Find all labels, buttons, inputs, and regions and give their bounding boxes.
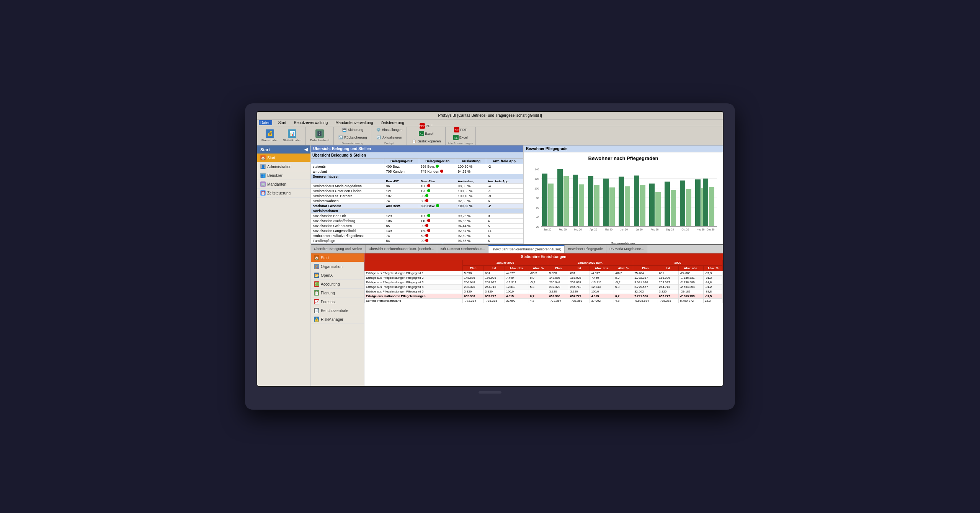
excel-button1[interactable]: XL Excel [417,130,435,137]
svg-rect-30 [665,182,670,227]
svg-text:20: 20 [536,225,539,228]
table-header-row: Bew.-IST Bew.-Plan Auslastung Anz. freie… [311,179,523,184]
finance-row-pg1: Erträge aus Pflegeleistungen Pflegegrad … [365,271,723,276]
svg-text:Feb 20: Feb 20 [559,228,567,231]
toolbar-group-einstellungen: ⚙️ Einstellungen 🔄 Aktualisieren Cockpit [374,127,407,145]
svg-text:Jan 20: Jan 20 [544,228,551,231]
ruecksicherung-button[interactable]: ↩️ Rücksicherung [336,134,369,141]
svg-rect-19 [579,185,584,227]
menu-start[interactable]: Start [277,120,288,125]
svg-text:Jul 20: Jul 20 [636,228,643,231]
belegung-table-section: Übersicht Belegung und Stellen Übersicht… [311,145,524,244]
table-row-total: ambulant Gesamt 617 Kunden 650 Kunden 94… [311,243,523,245]
svg-rect-29 [655,192,661,227]
menu-daten[interactable]: Daten [259,120,272,125]
finance-row-pg2: Erträge aus Pflegeleistungen Pflegegrad … [365,276,723,280]
content-area: Übersicht Belegung und Stellen Übersicht… [311,145,723,387]
table-row: Sozialstation Bad Orb 129 100 99,23 % 0 [311,214,523,219]
sidebar-item-start[interactable]: 🏠 Start [257,154,310,162]
bottom-sidebar: 🏠 Start 🏗️ Organisation 📂 OpenX 💹 [311,253,364,387]
menu-zeitsteuerung[interactable]: Zeitsteuerung [379,120,406,125]
bottom-sidebar-item-accounting[interactable]: 💹 Accounting [311,280,364,289]
bottom-sidebar-item-openx[interactable]: 📂 OpenX [311,271,364,280]
svg-text:Mai 20: Mai 20 [605,228,612,231]
datenbestand-button[interactable]: 🗄️ Datenbestand [308,128,331,143]
table-row: Ambulanter-Palliativ-Pflegedienst 74 80 … [311,234,523,239]
sidebar-header: Start ◀ [257,145,310,154]
finance-table: Januar 2020 Januar 2020 kum. 2020 PlanIs… [364,260,723,303]
sidebar-item-administration[interactable]: 👤 Administration [257,162,310,171]
toolbar-group-alle: PDF PDF XL Excel Alle Auswertungen [448,127,476,145]
svg-rect-33 [686,189,691,227]
toolbar-group-auswertung: PDF PDF XL Excel 📋 Grafik kopieren Marki… [409,127,445,145]
sidebar-item-zeitsteuerung[interactable]: ⏰ Zeitsteuerung [257,189,310,198]
belegung-header: Übersicht Belegung und Stellen [311,145,523,152]
bottom-sidebar-item-berichtszentrale[interactable]: 📄 Berichtszentrale [311,306,364,315]
svg-text:140: 140 [534,168,539,171]
svg-rect-27 [640,185,645,227]
pdf-button1[interactable]: PDF PDF [418,123,434,129]
svg-rect-15 [548,184,554,227]
table-row: Sozialstation Aschaffenburg 106 110 96,3… [311,219,523,224]
tab-ist-jahr[interactable]: Ist/FC Jahr Seniorenhäuser (Seniorenhäus… [488,245,565,253]
svg-text:Okt 20: Okt 20 [681,228,689,231]
table-row: Seniorenhaus Unter den Linden 121 120 10… [311,189,523,194]
toolbar-group-data: 💰 Finanzdaten 📊 Statistikdaten [260,127,306,145]
svg-text:Dez 20: Dez 20 [707,228,715,231]
finance-row-personal: Summe Personalaufwand -772.364-735.36337… [365,299,723,303]
svg-rect-23 [609,188,615,227]
svg-text:40: 40 [536,216,539,219]
bottom-sidebar-item-start[interactable]: 🏠 Start [311,253,364,262]
tab-belegung[interactable]: Übersicht Belegung und Stellen [311,245,366,253]
chart-container: 140 120 100 80 60 40 20 [524,164,723,241]
statistikdaten-button[interactable]: 📊 Statistikdaten [281,128,303,143]
chart-section: Bewohner Pflegegrade Bewohner nach Pfleg… [524,145,723,244]
finance-row-pg4: Erträge aus Pflegeleistungen Pflegegrad … [365,285,723,289]
svg-rect-25 [625,186,630,227]
tab-pa-maria[interactable]: PA Maria Magdalene... [606,245,647,253]
finanzdaten-button[interactable]: 💰 Finanzdaten [260,128,280,143]
svg-rect-34 [695,180,701,227]
bottom-sidebar-item-planung[interactable]: 📋 Planung [311,289,364,297]
excel-button2[interactable]: XL Excel [451,134,470,141]
chart-subtitle: Seniorenhäuser [524,242,723,244]
svg-rect-37 [709,187,714,227]
menu-mandantenverwaltung[interactable]: Mandantenverwaltung [334,120,374,125]
title-bar: ProfSys BI [Caritas Betriebs- und Träger… [257,112,723,119]
menu-benutzerverwaltung[interactable]: Benutzerverwaltung [292,120,329,125]
sidebar-item-mandanten[interactable]: 🏢 Mandanten [257,180,310,189]
kopieren-button[interactable]: 📋 Grafik kopieren [409,138,443,145]
sicherung-button[interactable]: 💾 Sicherung [340,126,365,133]
pdf-button2[interactable]: PDF PDF [452,126,469,133]
tab-seniorenhauser-kum[interactable]: Übersicht Seniorenhäuser kum. (Seniorh..… [366,245,437,253]
svg-text:80: 80 [536,197,539,199]
bottom-sidebar-item-organisation[interactable]: 🏗️ Organisation [311,262,364,271]
svg-rect-20 [588,176,593,227]
tab-pflegegrade[interactable]: Bewohner Pflegegrade [565,245,606,253]
svg-rect-24 [619,177,624,227]
chart-title: Bewohner nach Pflegegraden [524,152,723,164]
aktualisieren-button[interactable]: 🔄 Aktualisieren [374,134,404,141]
cockpit-label: Cockpit [384,142,394,145]
sidebar-item-benutzer[interactable]: 👥 Benutzer [257,171,310,180]
einstellungen-button[interactable]: ⚙️ Einstellungen [374,126,404,133]
tab-ist-monat[interactable]: Ist/FC Monat Seniorenhäus... [437,245,488,253]
svg-rect-22 [603,179,609,227]
finance-row-pg3: Erträge aus Pflegeleistungen Pflegegrad … [365,280,723,285]
table-row: Sozialstation Langenselbold 139 150 92,6… [311,229,523,234]
chart-section-header: Bewohner Pflegegrade [524,145,723,152]
bottom-sidebar-item-riskmanager[interactable]: ⚠️ RiskManager [311,315,364,324]
bottom-sidebar-item-forecast[interactable]: 📈 Forecast [311,297,364,306]
svg-rect-32 [680,181,685,227]
svg-text:Aug 20: Aug 20 [651,228,659,231]
svg-rect-14 [542,174,547,227]
table-row: Seniorenhaus Maria-Magdalena 96 100 98,0… [311,184,523,189]
svg-text:Sep 20: Sep 20 [666,228,674,231]
svg-text:100: 100 [534,187,539,190]
belegung-subheader: Übersicht Belegung & Stellen [311,152,523,158]
table-row: stationär 400 Bew. 398 Bew. 100,50 % -2 [311,164,523,169]
svg-rect-16 [557,169,563,227]
alle-label: Alle Auswertungen [448,142,473,145]
svg-text:Mrz 20: Mrz 20 [574,228,582,231]
svg-rect-26 [634,176,639,227]
